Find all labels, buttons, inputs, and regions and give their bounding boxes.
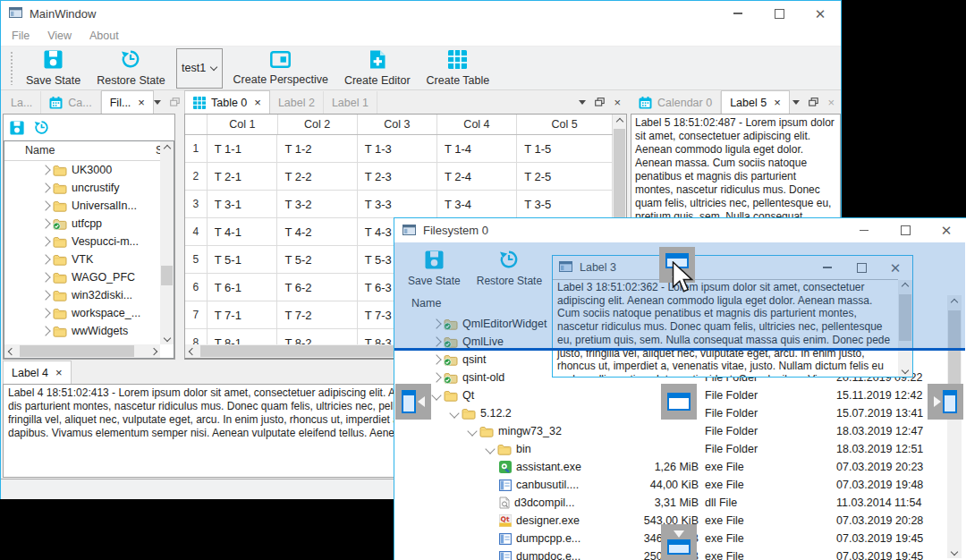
- close-icon[interactable]: ×: [254, 97, 261, 108]
- drop-indicator-bottom-icon[interactable]: [661, 524, 697, 560]
- table-cell[interactable]: T 7-2: [277, 301, 357, 328]
- table-cell[interactable]: T 5-2: [277, 246, 357, 273]
- chevron-down-icon[interactable]: [431, 390, 441, 400]
- table-cell[interactable]: T 3-4: [437, 191, 517, 217]
- row-number[interactable]: 3: [185, 191, 208, 217]
- table-cell[interactable]: T 2-3: [358, 163, 437, 190]
- tree-item[interactable]: VTK: [4, 250, 159, 268]
- tree-horizontal-scrollbar[interactable]: [4, 344, 160, 358]
- drop-indicator-center-icon[interactable]: [661, 384, 697, 420]
- tab-fil[interactable]: Fil...×: [101, 90, 154, 114]
- chevron-right-icon[interactable]: [40, 290, 50, 300]
- chevron-right-icon[interactable]: [431, 354, 441, 364]
- chevron-down-icon[interactable]: [467, 426, 477, 436]
- chevron-right-icon[interactable]: [40, 308, 50, 318]
- chevron-right-icon[interactable]: [40, 254, 50, 264]
- create-table-button[interactable]: Create Table: [419, 47, 498, 89]
- tabs-menu-icon[interactable]: [792, 100, 800, 105]
- column-header[interactable]: Col 5: [517, 115, 613, 134]
- table-cell[interactable]: T 2-2: [277, 163, 357, 190]
- table-cell[interactable]: T 3-5: [517, 191, 613, 217]
- close-icon[interactable]: ×: [774, 97, 781, 108]
- tree-item[interactable]: win32diski...: [4, 286, 159, 304]
- table-cell[interactable]: T 8-2: [277, 329, 357, 344]
- table-cell[interactable]: T 3-1: [208, 191, 278, 217]
- tabs-menu-icon[interactable]: [579, 100, 586, 105]
- column-header[interactable]: Col 2: [278, 115, 358, 134]
- chevron-right-icon[interactable]: [40, 326, 50, 335]
- tab-ca[interactable]: Ca...: [41, 91, 100, 114]
- column-header[interactable]: Col 1: [208, 115, 277, 134]
- column-header[interactable]: Col 3: [358, 115, 437, 134]
- table-cell[interactable]: T 1-4: [437, 135, 517, 162]
- table-cell[interactable]: T 1-3: [358, 135, 437, 162]
- table-cell[interactable]: T 1-1: [208, 135, 278, 162]
- float-icon[interactable]: [595, 98, 605, 106]
- close-button[interactable]: ✕: [926, 218, 966, 242]
- maximize-button[interactable]: [758, 1, 800, 26]
- close-icon[interactable]: ×: [55, 367, 63, 378]
- save-state-button[interactable]: Save State: [18, 47, 89, 89]
- minimize-button[interactable]: [717, 1, 758, 26]
- table-cell[interactable]: T 2-4: [437, 163, 517, 190]
- table-cell[interactable]: T 6-1: [208, 274, 278, 301]
- create-editor-button[interactable]: Create Editor: [336, 47, 419, 89]
- chevron-right-icon[interactable]: [40, 236, 50, 246]
- chevron-right-icon[interactable]: [40, 218, 50, 228]
- table-cell[interactable]: T 4-2: [277, 218, 357, 245]
- tab-label1[interactable]: Label 1: [324, 91, 377, 114]
- menu-item-view[interactable]: View: [38, 30, 80, 42]
- row-number[interactable]: 2: [185, 163, 208, 190]
- maximize-button[interactable]: [885, 218, 926, 242]
- table-cell[interactable]: T 8-1: [208, 329, 278, 344]
- table-cell[interactable]: T 4-1: [208, 218, 278, 245]
- chevron-down-icon[interactable]: [449, 408, 459, 418]
- tree-item[interactable]: WAGO_PFC: [4, 268, 159, 286]
- create-perspective-button[interactable]: Create Perspective: [225, 47, 336, 89]
- float-icon[interactable]: [170, 98, 180, 106]
- tree-item[interactable]: uncrustify: [4, 179, 159, 197]
- float-icon[interactable]: [809, 98, 818, 106]
- perspective-combo[interactable]: test1: [176, 48, 223, 89]
- tab-table0[interactable]: Table 0×: [184, 90, 270, 114]
- save-icon[interactable]: [10, 121, 24, 135]
- tab-la[interactable]: La...: [3, 91, 41, 114]
- tree-vertical-scrollbar[interactable]: [160, 141, 174, 344]
- chevron-right-icon[interactable]: [40, 165, 50, 174]
- table-cell[interactable]: T 6-2: [277, 274, 357, 301]
- chevron-right-icon[interactable]: [40, 200, 50, 210]
- name-column-header[interactable]: Name: [25, 144, 55, 157]
- row-number[interactable]: 1: [185, 135, 208, 162]
- filesystem-titlebar[interactable]: Filesystem 0 ✕: [394, 218, 966, 242]
- tree-item[interactable]: Vespucci-m...: [4, 233, 159, 250]
- main-titlebar[interactable]: MainWindow ✕: [1, 1, 841, 26]
- column-header[interactable]: Col 4: [437, 115, 517, 134]
- row-number[interactable]: 7: [185, 301, 208, 328]
- tab-label5[interactable]: Label 5×: [721, 90, 790, 114]
- tree-item[interactable]: UK3000: [4, 161, 159, 179]
- fs-tree-item[interactable]: assistant.exe1,26 MiBexe File07.03.2019 …: [394, 458, 945, 476]
- table-cell[interactable]: T 7-1: [208, 301, 278, 328]
- drop-indicator-right-icon[interactable]: [928, 384, 963, 420]
- chevron-down-icon[interactable]: [485, 444, 495, 454]
- fs-tree-item[interactable]: canbusutil....44,00 KiBexe File07.03.201…: [394, 476, 945, 494]
- menu-item-file[interactable]: File: [3, 30, 38, 42]
- table-cell[interactable]: T 1-2: [277, 135, 357, 162]
- tabs-menu-icon[interactable]: [154, 100, 161, 105]
- tree-item[interactable]: UniversalIn...: [4, 197, 159, 215]
- close-button[interactable]: ✕: [800, 1, 841, 26]
- tab-label2[interactable]: Label 2: [270, 91, 324, 114]
- table-cell[interactable]: T 2-5: [517, 163, 613, 190]
- tab-calendar0[interactable]: Calendar 0: [631, 91, 721, 114]
- chevron-right-icon[interactable]: [431, 372, 441, 382]
- fs-tree-item[interactable]: d3dcompil...3,31 MiBdll File11.03.2014 1…: [394, 494, 945, 512]
- menu-item-about[interactable]: About: [80, 30, 128, 42]
- fs-tree-item[interactable]: mingw73_32File Folder18.03.2019 12:47: [394, 422, 945, 440]
- row-number[interactable]: 6: [185, 274, 208, 301]
- minimize-button[interactable]: [843, 218, 885, 242]
- history-icon[interactable]: [34, 120, 49, 135]
- close-icon[interactable]: ×: [614, 97, 621, 108]
- tree-item[interactable]: wwWidgets: [4, 322, 159, 340]
- chevron-right-icon[interactable]: [40, 272, 50, 282]
- row-number[interactable]: 4: [185, 218, 208, 245]
